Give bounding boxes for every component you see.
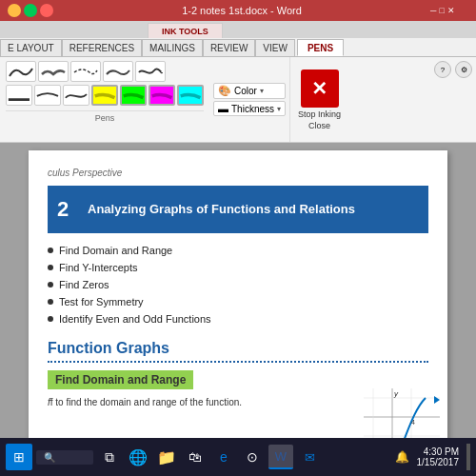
- mini-graph: y 4: [364, 388, 440, 438]
- document-area: culus Perspective 2 Analyzing Graphs of …: [0, 143, 476, 438]
- taskbar-folder-icon[interactable]: 📁: [154, 445, 179, 469]
- taskbar-right-area: 🔔 4:30 PM 1/15/2017: [395, 444, 471, 470]
- ribbon-tab-bar: INK TOOLS: [0, 21, 476, 38]
- section-header: 2 Analyzing Graphs of Functions and Rela…: [48, 186, 428, 233]
- minimize-icon[interactable]: ─: [430, 6, 436, 15]
- list-item: Find Y-Intercepts: [48, 262, 428, 273]
- bullet-dot: [48, 316, 53, 322]
- function-graphs-title: Function Graphs: [48, 340, 428, 357]
- tab-review[interactable]: REVIEW: [203, 39, 255, 56]
- dotted-divider: [48, 361, 428, 363]
- taskbar-search[interactable]: 🔍: [36, 450, 93, 465]
- pen-row-top: [6, 61, 204, 82]
- ink-tools-tab[interactable]: INK TOOLS: [148, 23, 223, 38]
- maximize-button[interactable]: [24, 4, 37, 17]
- clock: 4:30 PM 1/15/2017: [417, 446, 460, 467]
- close-window-button[interactable]: [40, 4, 53, 17]
- taskbar: ⊞ 🔍 ⧉ 🌐 📁 🛍 e ⊙ W ✉ 🔔 4:30 PM 1/15/2017: [0, 438, 476, 476]
- highlighter-yellow[interactable]: [91, 85, 118, 106]
- stop-inking-area: ✕ Stop Inking Close: [289, 57, 348, 142]
- pen-tools-area: Pens: [0, 57, 209, 142]
- svg-text:y: y: [393, 389, 399, 398]
- notification-icon[interactable]: 🔔: [395, 450, 409, 464]
- section-number: 2: [48, 186, 78, 233]
- taskbar-edge-icon[interactable]: e: [211, 445, 236, 469]
- list-item: Test for Symmetry: [48, 296, 428, 307]
- tab-references[interactable]: REFERENCES: [62, 39, 142, 56]
- svg-marker-8: [434, 396, 440, 404]
- bullet-dot: [48, 299, 53, 305]
- pen-tool-5[interactable]: [135, 61, 166, 82]
- minimize-button[interactable]: [8, 4, 21, 17]
- find-domain-badge: Find Domain and Range: [48, 370, 193, 389]
- section-title-box: Analyzing Graphs of Functions and Relati…: [78, 186, 428, 233]
- list-item: Find Domain and Range: [48, 245, 428, 256]
- ribbon-extra-icons: ? ⚙: [430, 57, 476, 142]
- color-thickness-options: 🎨 Color ▾ ▬ Thickness ▾: [209, 57, 289, 142]
- window-title: 1-2 notes 1st.docx - Word: [53, 5, 430, 16]
- taskbar-outlook-icon[interactable]: ✉: [297, 445, 322, 469]
- objectives-list: Find Domain and Range Find Y-Intercepts …: [48, 245, 428, 330]
- pens-group-label: Pens: [6, 110, 204, 123]
- pen-tool-3[interactable]: [70, 61, 101, 82]
- start-button[interactable]: ⊞: [6, 444, 32, 470]
- tab-view[interactable]: VIEW: [255, 39, 295, 56]
- close-label: Close: [308, 121, 330, 130]
- tab-pens[interactable]: PENS: [297, 39, 344, 56]
- tab-mailings[interactable]: MAILINGS: [142, 39, 203, 56]
- highlighter-green[interactable]: [120, 85, 147, 106]
- close-icon[interactable]: ✕: [447, 6, 455, 15]
- stop-inking-button[interactable]: ✕: [301, 69, 339, 108]
- taskbar-store-icon[interactable]: 🛍: [183, 445, 208, 469]
- thickness-dropdown-arrow: ▾: [277, 105, 281, 113]
- taskbar-word-icon[interactable]: W: [268, 445, 293, 469]
- content-row: Find Domain and Range Find Y-Intercepts …: [48, 245, 428, 330]
- bullet-dot: [48, 265, 53, 270]
- pen-tool-4[interactable]: [103, 61, 133, 82]
- restore-icon[interactable]: □: [439, 6, 444, 15]
- list-item: Identify Even and Odd Functions: [48, 313, 428, 325]
- help-icon[interactable]: ?: [434, 61, 451, 78]
- document-page: culus Perspective 2 Analyzing Graphs of …: [29, 150, 447, 438]
- bullet-dot: [48, 248, 53, 253]
- color-dropdown-arrow: ▾: [260, 87, 264, 95]
- show-desktop-button[interactable]: [466, 444, 470, 470]
- settings-icon[interactable]: ⚙: [455, 61, 472, 78]
- highlighter-cyan[interactable]: [177, 85, 204, 106]
- title-bar: 1-2 notes 1st.docx - Word ─ □ ✕: [0, 0, 476, 21]
- word-window: 1-2 notes 1st.docx - Word ─ □ ✕ INK TOOL…: [0, 0, 476, 438]
- highlighter-pink[interactable]: [149, 85, 175, 106]
- pen-tool-2[interactable]: [38, 61, 69, 82]
- taskbar-ie-icon[interactable]: 🌐: [126, 445, 150, 469]
- list-item: Find Zeros: [48, 279, 428, 290]
- color-button[interactable]: 🎨 Color ▾: [213, 83, 286, 99]
- ribbon-toolbar: Pens 🎨 Color ▾ ▬ Thickness ▾ ✕ Stop Inki…: [0, 57, 476, 143]
- bullet-dot: [48, 282, 53, 288]
- thickness-button[interactable]: ▬ Thickness ▾: [213, 101, 286, 116]
- color-icon: 🎨: [218, 85, 231, 97]
- pen-tool-6[interactable]: [6, 85, 32, 106]
- task-view-icon[interactable]: ⧉: [97, 445, 122, 469]
- pen-tool-7[interactable]: [34, 85, 61, 106]
- section-title: Analyzing Graphs of Functions and Relati…: [88, 202, 355, 218]
- thickness-icon: ▬: [218, 103, 228, 114]
- tab-layout[interactable]: E LAYOUT: [0, 39, 62, 56]
- ribbon-sub-tabs: E LAYOUT REFERENCES MAILINGS REVIEW VIEW…: [0, 38, 476, 57]
- svg-text:4: 4: [411, 419, 415, 426]
- pen-tool-8[interactable]: [63, 85, 89, 106]
- taskbar-chrome-icon[interactable]: ⊙: [240, 445, 265, 469]
- pen-tool-1[interactable]: [6, 61, 36, 82]
- pen-row-bottom: [6, 85, 204, 106]
- stop-icon: ✕: [311, 79, 327, 98]
- stop-inking-label: Stop Inking: [298, 109, 341, 119]
- perspective-label: culus Perspective: [48, 168, 428, 178]
